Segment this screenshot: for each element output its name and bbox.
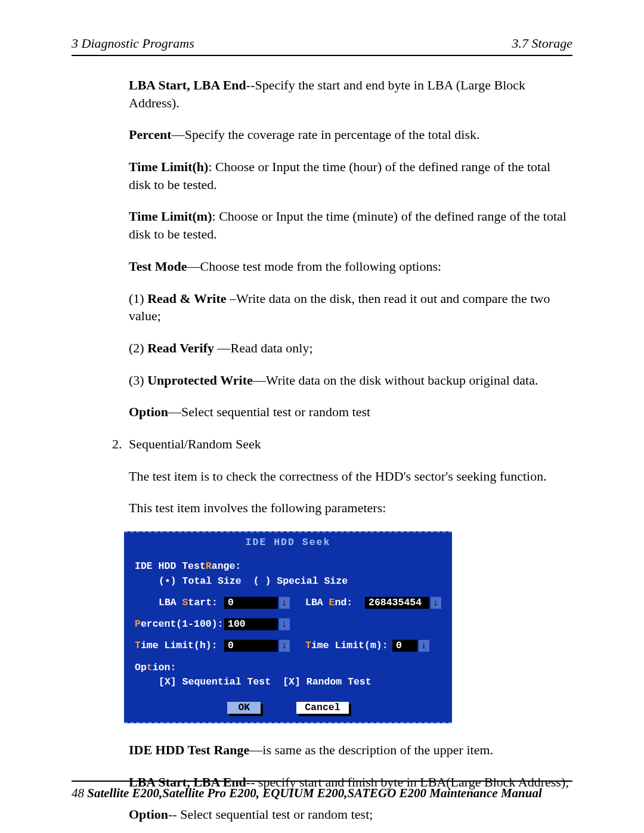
post: nd:	[335, 597, 353, 608]
text: —Select sequential test or random test	[168, 404, 370, 419]
pre: LBA	[159, 597, 182, 608]
post: ion:	[153, 661, 177, 674]
para-option2: Option-- Select sequential test or rando…	[72, 806, 572, 823]
header-right: 3.7 Storage	[512, 36, 572, 51]
prefix: (3)	[129, 373, 147, 388]
prefix: (1)	[129, 291, 147, 306]
post: ime Limit(h):	[141, 640, 218, 651]
para-timeh: Time Limit(h): Choose or Input the time …	[72, 158, 572, 193]
lba-end-input[interactable]: 268435454	[365, 597, 429, 609]
para-option: Option—Select sequential test or random …	[72, 403, 572, 421]
hot: S	[182, 597, 188, 608]
range-options: (•) Total Size ( ) Special Size	[135, 575, 441, 588]
dropdown-icon[interactable]: ↓	[279, 618, 290, 630]
label-pre: IDE HDD Test	[135, 560, 206, 573]
para-ide-range: IDE HDD Test Range—is same as the descri…	[72, 741, 572, 759]
dropdown-icon[interactable]: ↓	[279, 597, 290, 609]
text: —Read data only;	[214, 340, 313, 355]
option-label: Option:	[135, 661, 441, 674]
term: LBA Start, LBA End	[129, 78, 246, 92]
post: tart:	[188, 597, 218, 608]
footer-rule	[72, 781, 572, 782]
lba-start-input[interactable]: 0	[224, 597, 278, 609]
prefix: (2)	[129, 340, 147, 355]
ide-hdd-seek-dialog: IDE HDD Seek IDE HDD Test Range: (•) Tot…	[124, 531, 452, 723]
dropdown-icon[interactable]: ↓	[279, 640, 290, 652]
timeh-input[interactable]: 0	[224, 640, 278, 652]
dialog-title: IDE HDD Seek	[135, 536, 441, 549]
row-lba: LBA Start: 0 ↓ LBA End: 268435454 ↓	[135, 596, 441, 609]
post: ime Limit(m):	[311, 640, 388, 651]
hot: T	[305, 640, 311, 651]
term: Test Mode	[129, 259, 187, 274]
ok-button[interactable]: OK	[227, 702, 261, 714]
page: 3 Diagnostic Programs 3.7 Storage LBA St…	[0, 0, 644, 833]
hot: t	[147, 661, 153, 674]
page-number: 48	[72, 786, 84, 800]
pre: LBA	[305, 597, 329, 608]
text: -- Select sequential test or random test…	[168, 807, 373, 822]
lba-end-label: LBA End:	[305, 596, 365, 609]
label-post: ange:	[212, 560, 242, 573]
text: —Specify the coverage rate in percentage…	[172, 127, 480, 142]
para-opt2: (2) Read Verify —Read data only;	[72, 339, 572, 357]
radio-total-size[interactable]: (•) Total Size	[159, 575, 242, 588]
percent-input[interactable]: 100	[224, 618, 278, 630]
list-number: 2.	[112, 435, 129, 453]
dropdown-icon[interactable]: ↓	[431, 597, 441, 609]
hot: T	[135, 640, 141, 651]
footer-title: Satellite E200,Satellite Pro E200, EQUIU…	[84, 786, 542, 800]
pre: Op	[135, 661, 147, 674]
post: ercent(1-100):	[141, 618, 224, 630]
para-params: This test item involves the following pa…	[72, 499, 572, 517]
text: —Write data on the disk without backup o…	[253, 373, 538, 388]
term: Unprotected Write	[147, 373, 253, 388]
hot: E	[329, 597, 335, 608]
radio-special-size[interactable]: ( ) Special Size	[253, 575, 348, 588]
percent-label: Percent(1-100):	[135, 618, 224, 631]
hot: P	[135, 618, 141, 630]
row-time: Time Limit(h): 0 ↓ Time Limit(m): 0 ↓	[135, 639, 441, 652]
hotkey: R	[206, 560, 212, 573]
timeh-label: Time Limit(h):	[135, 639, 224, 652]
term: IDE HDD Test Range	[129, 742, 249, 757]
para-lba: LBA Start, LBA End--Specify the start an…	[72, 76, 572, 112]
term: Time Limit(m)	[129, 209, 212, 224]
check-sequential[interactable]: [X] Sequential Test	[159, 676, 271, 689]
range-label: IDE HDD Test Range:	[135, 560, 441, 573]
page-header: 3 Diagnostic Programs 3.7 Storage	[72, 36, 572, 56]
dropdown-icon[interactable]: ↓	[419, 640, 429, 652]
term: Option	[129, 807, 168, 822]
cancel-button[interactable]: Cancel	[296, 702, 348, 714]
timem-input[interactable]: 0	[392, 640, 417, 652]
term: Option	[129, 404, 168, 419]
para-timem: Time Limit(m): Choose or Input the time …	[72, 208, 572, 243]
row-percent: Percent(1-100): 100 ↓	[135, 618, 441, 631]
term: Percent	[129, 127, 172, 142]
term: Read & Write	[147, 291, 226, 306]
check-random[interactable]: [X] Random Test	[283, 676, 371, 689]
para-percent: Percent—Specify the coverage rate in per…	[72, 126, 572, 144]
text: —is same as the description of the upper…	[249, 742, 493, 757]
timem-label: Time Limit(m):	[305, 639, 392, 652]
term: Read Verify	[147, 340, 214, 355]
page-footer: 48 Satellite E200,Satellite Pro E200, EQ…	[72, 786, 572, 801]
text: —Choose test mode from the following opt…	[187, 259, 442, 274]
button-row: OK Cancel	[135, 702, 441, 714]
para-opt3: (3) Unprotected Write—Write data on the …	[72, 371, 572, 389]
content: LBA Start, LBA End--Specify the start an…	[72, 76, 572, 823]
list-text: Sequential/Random Seek	[129, 435, 572, 453]
list-item-2: 2. Sequential/Random Seek	[72, 435, 572, 453]
option-checks: [X] Sequential Test [X] Random Test	[135, 676, 441, 689]
para-desc: The test item is to check the correctnes…	[72, 467, 572, 485]
para-testmode: Test Mode—Choose test mode from the foll…	[72, 258, 572, 275]
term: Time Limit(h)	[129, 159, 208, 174]
lba-start-label: LBA Start:	[159, 596, 224, 609]
para-opt1: (1) Read & Write –Write data on the disk…	[72, 290, 572, 325]
header-left: 3 Diagnostic Programs	[72, 36, 194, 51]
